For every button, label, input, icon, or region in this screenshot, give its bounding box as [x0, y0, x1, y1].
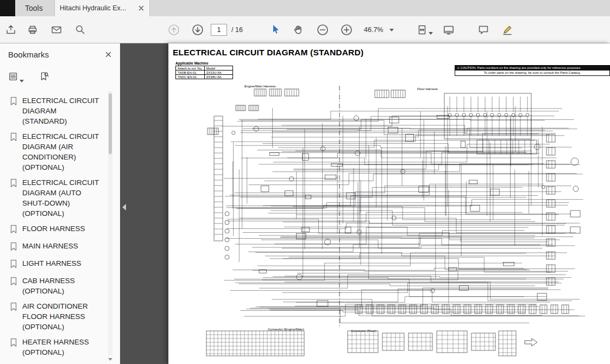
tab-tools[interactable]: Tools [15, 0, 53, 16]
bookmark-icon [10, 337, 17, 357]
minus-icon [316, 23, 329, 36]
window-corner-block [0, 0, 15, 16]
select-tool-button[interactable] [266, 20, 286, 40]
highlight-button[interactable] [498, 20, 517, 40]
tab-bar: Tools Hitachi Hydraulic Ex... [0, 0, 610, 16]
locate-bookmark-button[interactable] [36, 69, 52, 84]
bookmark-options-button[interactable] [5, 69, 22, 84]
page-fit-button[interactable] [411, 20, 433, 40]
close-icon [138, 5, 144, 11]
bookmark-item[interactable]: ELECTRICAL CIRCUIT DIAGRAM (AIR CONDITIO… [10, 131, 108, 173]
bookmark-item[interactable]: ELECTRICAL CIRCUIT DIAGRAM (AUTO SHUT-DO… [10, 177, 108, 219]
applicable-machine-label: Applicable Machine [175, 61, 209, 65]
email-button[interactable] [47, 20, 66, 40]
bookmarks-close-button[interactable] [105, 51, 112, 58]
table-cell: TADC-EN-01 [176, 75, 205, 79]
tab-tools-label: Tools [25, 4, 43, 12]
bookmarks-title: Bookmarks [8, 50, 49, 59]
tab-document[interactable]: Hitachi Hydraulic Ex... [54, 0, 150, 16]
highlighter-icon [501, 24, 513, 36]
bookmark-label: LIGHT HARNESS [22, 258, 103, 271]
arrow-down-icon [108, 358, 112, 361]
table-cell: ZX38U-5A [204, 75, 232, 79]
fit-width-icon [416, 24, 428, 36]
page-title: ELECTRICAL CIRCUIT DIAGRAM (STANDARD) [173, 48, 363, 58]
page-count-label: / 16 [231, 16, 243, 43]
bookmark-item[interactable]: MAIN HARNESS [10, 241, 108, 253]
zoom-level-dropdown[interactable]: 46.7% [360, 23, 398, 36]
sidebar-scrollbar[interactable] [108, 91, 112, 355]
hand-icon [293, 24, 305, 36]
comment-button[interactable] [474, 20, 493, 40]
table-header-cell: Model [204, 66, 232, 71]
tab-document-title: Hitachi Hydraulic Ex... [60, 4, 126, 12]
caret-down-icon [389, 29, 394, 31]
caret-down-icon [20, 80, 24, 82]
bookmark-icon [10, 95, 17, 126]
bookmark-item[interactable]: FLOOR HARNESS [10, 223, 108, 236]
bookmark-icon [10, 223, 17, 236]
bookmark-label: MAIN HARNESS [22, 241, 103, 253]
reading-mode-button[interactable] [439, 20, 458, 40]
page-number-input[interactable] [211, 24, 227, 36]
bookmark-item[interactable]: ELECTRICAL CIRCUIT DIAGRAM (STANDARD) [10, 95, 108, 126]
select-cursor-icon [270, 24, 282, 36]
email-icon [51, 24, 62, 36]
locate-bookmark-icon [39, 71, 49, 82]
plus-icon [340, 23, 353, 36]
collapse-left-icon [122, 204, 126, 210]
table-cell: ZX33U-5A [204, 71, 232, 75]
print-icon [27, 24, 39, 36]
bookmark-label: FLOOR HARNESS [22, 223, 103, 236]
table-cell: TADB-EN-01 [176, 71, 205, 75]
page-up-icon [167, 23, 180, 36]
next-page-button[interactable] [188, 20, 207, 40]
bookmark-item[interactable]: HEATER HARNESS (OPTIONAL) [10, 337, 108, 357]
wiring-diagram [173, 86, 607, 364]
bookmark-label: CAB HARNESS (OPTIONAL) [22, 276, 103, 296]
bookmark-label: ELECTRICAL CIRCUIT DIAGRAM (AIR CONDITIO… [22, 131, 103, 173]
sidebar-scroll-down-button[interactable] [107, 356, 114, 362]
bookmark-icon [10, 258, 17, 271]
bookmarks-toolbar [5, 69, 52, 84]
bookmarks-list: ELECTRICAL CIRCUIT DIAGRAM (STANDARD) EL… [0, 93, 108, 364]
print-button[interactable] [23, 20, 42, 40]
caution-line-1: ⚠ CAUTION: Parts numbers on the drawing … [455, 66, 609, 71]
bookmark-icon [10, 276, 17, 296]
document-canvas: ELECTRICAL CIRCUIT DIAGRAM (STANDARD) Ap… [120, 43, 610, 364]
panel-collapse-handle[interactable] [120, 200, 128, 215]
share-button[interactable] [1, 20, 21, 40]
zoom-value: 46.7% [364, 26, 383, 34]
caret-down-icon [429, 32, 433, 35]
previous-page-button[interactable] [164, 20, 184, 40]
bookmark-icon [10, 241, 17, 253]
bookmark-item[interactable]: AIR CONDITIONER FLOOR HARNESS (OPTIONAL) [10, 301, 108, 332]
share-icon [5, 24, 17, 36]
bookmark-item[interactable]: CAB HARNESS (OPTIONAL) [10, 276, 108, 296]
table-header-cell: Attach to vol. No. [176, 66, 205, 71]
zoom-in-button[interactable] [337, 20, 356, 40]
reading-mode-icon [442, 23, 455, 36]
bookmark-label: ELECTRICAL CIRCUIT DIAGRAM (AUTO SHUT-DO… [22, 177, 103, 219]
find-button[interactable] [71, 20, 90, 40]
tab-close-button[interactable] [138, 5, 144, 11]
options-list-icon [8, 71, 19, 82]
bookmark-label: AIR CONDITIONER FLOOR HARNESS (OPTIONAL) [22, 301, 103, 332]
page-down-icon [191, 23, 204, 36]
bookmark-label: HEATER HARNESS (OPTIONAL) [22, 337, 103, 357]
zoom-out-button[interactable] [313, 20, 332, 40]
caution-line-2: To order parts on the drawing, be sure t… [455, 71, 609, 75]
bookmark-icon [10, 301, 17, 332]
table-row: Attach to vol. No. Model [176, 66, 233, 71]
table-row: TADC-EN-01 ZX38U-5A [176, 75, 233, 79]
bookmarks-header: Bookmarks [0, 43, 120, 65]
applicable-machine-table: Attach to vol. No. Model TADB-EN-01 ZX33… [175, 66, 233, 79]
bookmarks-panel: Bookmarks ELECTRICAL CIRCUIT DIAGRAM (ST… [0, 43, 120, 364]
acrobat-window: { "window": { "tools_tab": "Tools", "doc… [0, 0, 610, 364]
bookmark-item[interactable]: LIGHT HARNESS [10, 258, 108, 271]
table-row: TADB-EN-01 ZX33U-5A [176, 71, 233, 75]
comment-icon [477, 24, 489, 36]
search-icon [74, 24, 86, 36]
hand-tool-button[interactable] [289, 20, 309, 40]
sidebar-scrollbar-thumb[interactable] [109, 93, 112, 154]
